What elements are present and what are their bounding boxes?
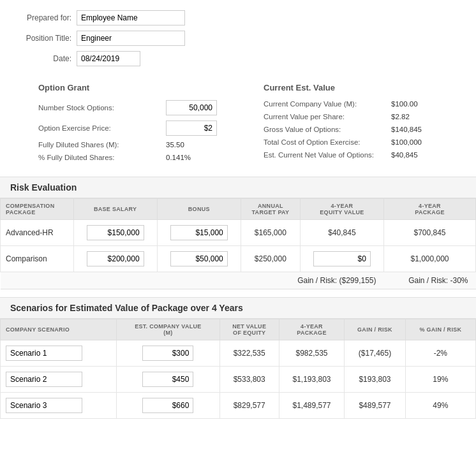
risk-table-header-row: CompensationPackage Base Salary Bonus An… [1,199,476,220]
scen2-val-input[interactable] [142,372,193,387]
risk-gain-row: Gain / Risk: ($299,155) Gain / Risk: -30… [1,272,476,289]
risk-col-equity: 4-YearEquity Value [300,199,383,220]
current-value-panel: Current Est. Value Current Company Value… [238,78,463,171]
current-value-title: Current Est. Value [238,83,463,92]
scen1-net-equity: $322,535 [219,340,279,367]
risk-annual-advanced: $165,000 [241,220,300,246]
num-stock-options-label: Number Stock Options: [38,104,166,112]
num-stock-options-row: Number Stock Options: [13,100,238,115]
total-cost-val: $100,000 [391,138,422,146]
risk-gain-pct: Gain / Risk: -30% [384,272,476,289]
risk-gain-label1: Gain / Risk: ($299,155) [241,272,383,289]
scenario-row-2: $533,803 $1,193,803 $193,803 19% [1,367,476,393]
scen3-name-input[interactable] [6,398,82,413]
risk-bonus-advanced [157,220,241,246]
scen1-company-val [117,340,219,367]
exercise-price-label: Option Exercise Price: [38,124,166,132]
option-grant-title: Option Grant [13,83,238,92]
exercise-price-input[interactable] [166,120,217,136]
risk-col-salary: Base Salary [73,199,157,220]
date-input[interactable] [77,51,140,66]
scen3-net-equity: $829,577 [219,393,279,419]
risk-equity-comparison [300,246,383,272]
risk-section-title: Risk Evaluation [10,182,77,193]
scen3-package: $1,489,577 [279,393,344,419]
scen2-name-input[interactable] [6,372,82,387]
risk-equity-comparison-input[interactable] [313,251,371,266]
risk-section-header: Risk Evaluation [0,177,476,198]
scenario-row-3: $829,577 $1,489,577 $489,577 49% [1,393,476,419]
scen3-gain-risk: $489,577 [345,393,405,419]
risk-bonus-advanced-input[interactable] [170,225,228,240]
risk-salary-advanced-input[interactable] [87,225,144,240]
position-title-input[interactable] [77,31,185,46]
scen3-company-val [117,393,219,419]
risk-salary-comparison-input[interactable] [87,251,144,266]
scen-col-pct: % Gain / Risk [405,319,475,340]
scen1-package: $982,535 [279,340,344,367]
form-fields: Prepared for: Position Title: Date: [13,10,191,71]
option-grant-panel: Option Grant Number Stock Options: Optio… [13,78,238,171]
scen-col-gain-risk: Gain / Risk [345,319,405,340]
fully-diluted-row: Fully Diluted Shares (M): 35.50 [13,141,238,149]
risk-row-advanced: Advanced-HR $165,000 $40,845 $700,845 [1,220,476,246]
scenarios-section-header: Scenarios for Estimated Value of Package… [0,297,476,319]
risk-4yr-comparison: $1,000,000 [384,246,476,272]
pct-fully-diluted-row: % Fully Diluted Shares: 0.141% [13,154,238,161]
position-title-row: Position Title: [13,31,191,46]
fully-diluted-label: Fully Diluted Shares (M): [38,141,166,149]
risk-table: CompensationPackage Base Salary Bonus An… [0,198,476,289]
total-cost-label: Total Cost of Option Exercise: [264,138,391,146]
company-value-label: Current Company Value (M): [264,100,391,108]
scen2-package: $1,193,803 [279,367,344,393]
scen1-name-input[interactable] [6,346,82,361]
risk-4yr-advanced: $700,845 [384,220,476,246]
date-row: Date: [13,51,191,66]
scen-col-company-val: Est. Company Value(M) [117,319,219,340]
risk-col-4yr: 4-YearPackage [384,199,476,220]
scen3-name [1,393,117,419]
net-value-row: Est. Current Net Value of Options: $40,8… [238,151,463,159]
company-value-val: $100.00 [391,100,418,108]
scen2-name [1,367,117,393]
scen1-val-input[interactable] [142,346,193,361]
prepared-for-label: Prepared for: [13,13,77,22]
scenarios-table: Company Scenario Est. Company Value(M) N… [0,319,476,419]
scen2-company-val [117,367,219,393]
num-stock-options-input[interactable] [166,100,217,115]
top-section: Prepared for: Position Title: Date: [0,0,476,78]
scen2-net-equity: $533,803 [219,367,279,393]
fully-diluted-value: 35.50 [166,141,184,149]
scen-col-name: Company Scenario [1,319,117,340]
scen1-gain-risk: ($17,465) [345,340,405,367]
net-value-label: Est. Current Net Value of Options: [264,151,391,159]
scen1-pct: -2% [405,340,475,367]
position-title-label: Position Title: [13,34,77,43]
value-per-share-row: Current Value per Share: $2.82 [238,113,463,120]
prepared-for-input[interactable] [77,10,185,26]
risk-col-package: CompensationPackage [1,199,74,220]
exercise-price-row: Option Exercise Price: [13,120,238,136]
gain-risk-value2: -30% [450,276,468,285]
risk-bonus-comparison [157,246,241,272]
total-cost-row: Total Cost of Option Exercise: $100,000 [238,138,463,146]
prepared-for-row: Prepared for: [13,10,191,26]
risk-name-comparison: Comparison [1,246,74,272]
scenarios-section-title: Scenarios for Estimated Value of Package… [10,303,243,313]
risk-row-comparison: Comparison $250,000 $1,000,000 [1,246,476,272]
scen2-pct: 19% [405,367,475,393]
gain-risk-label1: Gain / Risk: [297,276,339,285]
pct-fully-diluted-value: 0.141% [166,154,191,161]
scenario-row-1: $322,535 $982,535 ($17,465) -2% [1,340,476,367]
risk-salary-advanced [73,220,157,246]
risk-gain-empty [1,272,241,289]
risk-name-advanced: Advanced-HR [1,220,74,246]
risk-col-annual: AnnualTarget Pay [241,199,300,220]
gain-risk-label2: Gain / Risk: [408,276,450,285]
scen2-gain-risk: $193,803 [345,367,405,393]
scen-col-4yr: 4-YearPackage [279,319,344,340]
scen3-pct: 49% [405,393,475,419]
pct-fully-diluted-label: % Fully Diluted Shares: [38,154,166,161]
scen3-val-input[interactable] [142,398,193,413]
risk-bonus-comparison-input[interactable] [170,251,228,266]
